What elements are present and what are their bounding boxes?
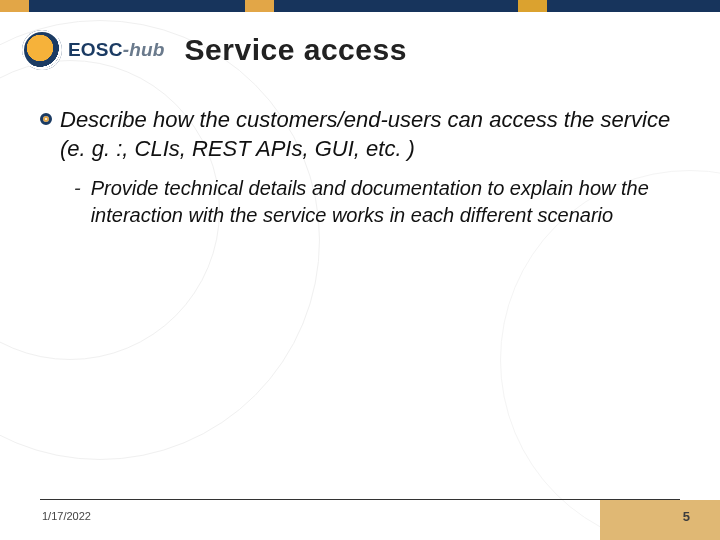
brand-name-suffix: -hub: [123, 39, 165, 60]
title-row: EOSC-hub Service access: [22, 26, 700, 74]
footer-date: 1/17/2022: [42, 510, 91, 522]
footer-divider: [40, 499, 680, 500]
bullet-text: Provide technical details and documentat…: [91, 175, 680, 229]
brand-logo-icon: [22, 30, 62, 70]
bullet-text: Describe how the customers/end-users can…: [60, 106, 680, 163]
header-accent-bar: [0, 0, 720, 12]
page-number: 5: [683, 509, 690, 524]
brand-logo-text: EOSC-hub: [68, 39, 165, 61]
bullet-icon: [40, 113, 52, 125]
slide: EOSC-hub Service access Describe how the…: [0, 0, 720, 540]
brand-name-primary: EOSC: [68, 39, 123, 60]
bullet-level-1: Describe how the customers/end-users can…: [40, 106, 680, 163]
slide-title: Service access: [185, 33, 407, 67]
bullet-dash-icon: -: [74, 175, 81, 202]
slide-content: Describe how the customers/end-users can…: [40, 106, 680, 229]
footer-accent: [600, 500, 720, 540]
bg-circle: [0, 20, 320, 460]
brand-logo: EOSC-hub: [22, 30, 165, 70]
bullet-level-2: - Provide technical details and document…: [74, 175, 680, 229]
